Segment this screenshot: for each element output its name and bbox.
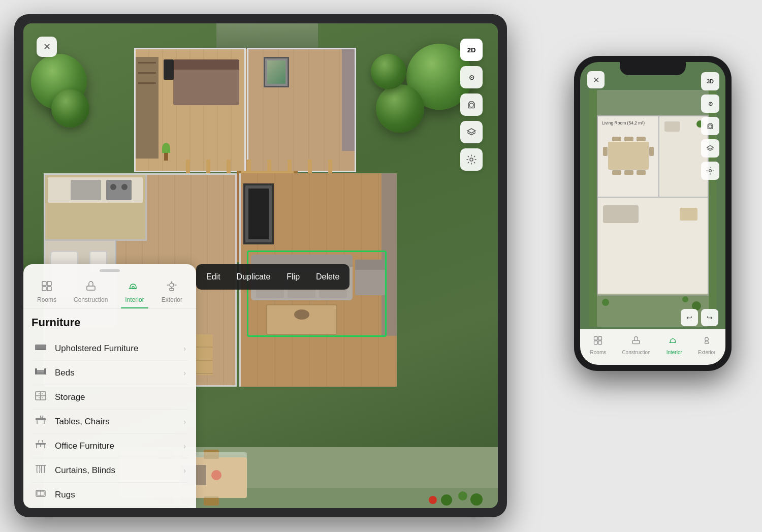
plant-corner2 [458, 491, 467, 500]
iphone-tab-exterior[interactable]: Exterior [698, 335, 715, 355]
iphone-notch [620, 61, 686, 75]
tab-construction-label: Construction [74, 296, 108, 303]
tab-rooms[interactable]: Rooms [33, 278, 60, 308]
ipad-settings-button[interactable] [460, 148, 483, 171]
svg-rect-3 [47, 281, 51, 286]
fp-dining-table [608, 142, 649, 170]
ipad-close-button[interactable]: ✕ [37, 37, 57, 57]
upholstered-name: Upholstered Furniture [55, 343, 138, 354]
svg-point-42 [709, 125, 712, 128]
svg-rect-5 [47, 287, 51, 291]
iphone-camera-button[interactable] [701, 117, 719, 135]
furniture-item-rugs[interactable]: Rugs [31, 483, 188, 507]
tables-name: Tables, Chairs [55, 417, 110, 427]
context-menu: Edit Duplicate Flip Delete [196, 264, 350, 290]
house-fp: Living Room (54,2 m²) [597, 115, 709, 296]
desk-lamp [164, 59, 174, 80]
ipad-focus-button[interactable]: ⊙ [460, 66, 483, 88]
tree-topleft2 [51, 89, 89, 128]
ipad-device: Edit Duplicate Flip Delete ✕ 2D ⊙ [14, 14, 507, 517]
iphone-close-button[interactable]: ✕ [587, 71, 605, 88]
main-scene: Edit Duplicate Flip Delete ✕ 2D ⊙ [0, 0, 762, 532]
svg-rect-11 [45, 345, 46, 350]
tab-interior[interactable]: Interior [121, 278, 148, 308]
context-edit[interactable]: Edit [199, 269, 228, 285]
iphone-undo-button[interactable]: ↩ [681, 309, 698, 326]
svg-rect-2 [42, 281, 46, 286]
rugs-item-left: Rugs [34, 489, 75, 500]
context-delete[interactable]: Delete [309, 269, 346, 285]
svg-rect-45 [598, 336, 602, 340]
interior-tab-icon [129, 280, 141, 294]
svg-point-43 [709, 170, 712, 172]
furniture-item-beds[interactable]: Beds › [31, 361, 188, 385]
furniture-item-curtains[interactable]: Curtains, Blinds › [31, 458, 188, 483]
svg-point-49 [705, 337, 709, 341]
svg-point-0 [469, 103, 473, 107]
tab-exterior-label: Exterior [162, 296, 182, 303]
furniture-item-office[interactable]: Office Furniture › [31, 434, 188, 458]
furniture-item-upholstered[interactable]: Upholstered Furniture › [31, 336, 188, 361]
iphone-layers-button[interactable] [701, 139, 719, 158]
plant [161, 143, 171, 161]
storage-icon [34, 391, 48, 403]
tree-topright2 [376, 84, 424, 133]
curtains-living [382, 173, 397, 336]
office-icon [34, 440, 48, 452]
storage-name: Storage [55, 392, 85, 402]
iphone-focus-button[interactable]: ⊙ [701, 95, 719, 113]
office-chevron: › [183, 442, 186, 450]
tab-construction[interactable]: Construction [70, 278, 112, 308]
bed [173, 59, 239, 105]
rooms-tab-icon [41, 280, 53, 294]
exterior-tab-icon [166, 280, 178, 294]
svg-rect-47 [598, 340, 602, 344]
iphone-tab-rooms[interactable]: Rooms [590, 335, 607, 355]
kitchen-area [45, 175, 147, 241]
svg-point-19 [39, 393, 40, 394]
context-flip[interactable]: Flip [279, 269, 307, 285]
office-item-left: Office Furniture [34, 440, 114, 452]
beds-name: Beds [55, 368, 75, 378]
svg-point-8 [170, 283, 174, 287]
curtain-right [342, 49, 355, 151]
furniture-item-tables[interactable]: Tables, Chairs › [31, 410, 188, 434]
svg-point-20 [39, 397, 40, 398]
path-top [216, 23, 318, 49]
svg-rect-7 [132, 287, 134, 289]
iphone-tab-interior[interactable]: Interior [666, 335, 682, 355]
panel-tabs: Rooms Construction [23, 272, 196, 309]
construction-tab-icon [85, 280, 97, 294]
plant-corner3 [441, 494, 452, 506]
panel-title: Furniture [31, 316, 188, 329]
close-icon: ✕ [43, 41, 51, 52]
beds-item-left: Beds [34, 367, 75, 379]
ipad-toolbar: 2D ⊙ [460, 39, 483, 171]
iphone-rooms-icon [593, 335, 603, 348]
iphone-screen: Living Room (54,2 m²) [580, 62, 725, 365]
iphone-construction-label: Construction [622, 350, 650, 355]
iphone-redo-button[interactable]: ↪ [701, 309, 718, 326]
svg-rect-13 [35, 368, 37, 374]
berry-plant [429, 496, 437, 504]
iphone-exterior-label: Exterior [698, 350, 715, 355]
context-duplicate[interactable]: Duplicate [230, 269, 278, 285]
storage-item-left: Storage [34, 391, 85, 403]
fireplace-tv [243, 183, 274, 244]
ipad-2d-button[interactable]: 2D [460, 39, 483, 61]
iphone-exterior-icon [702, 335, 712, 348]
iphone-settings-button[interactable] [701, 162, 719, 180]
svg-point-21 [42, 393, 43, 394]
iphone-tab-construction[interactable]: Construction [622, 335, 650, 355]
svg-rect-15 [37, 370, 44, 372]
beds-chevron: › [183, 369, 186, 377]
tab-exterior[interactable]: Exterior [157, 278, 186, 308]
ipad-camera-button[interactable] [460, 93, 483, 116]
iphone-3d-button[interactable]: 3D [701, 72, 719, 90]
fp-bottom-room [598, 197, 708, 295]
iphone-bottom-tabs: Rooms Construction [580, 329, 725, 365]
ipad-layers-button[interactable] [460, 121, 483, 143]
furniture-item-storage[interactable]: Storage [31, 385, 188, 410]
plant-corner [470, 493, 483, 506]
iphone-interior-label: Interior [666, 350, 682, 355]
